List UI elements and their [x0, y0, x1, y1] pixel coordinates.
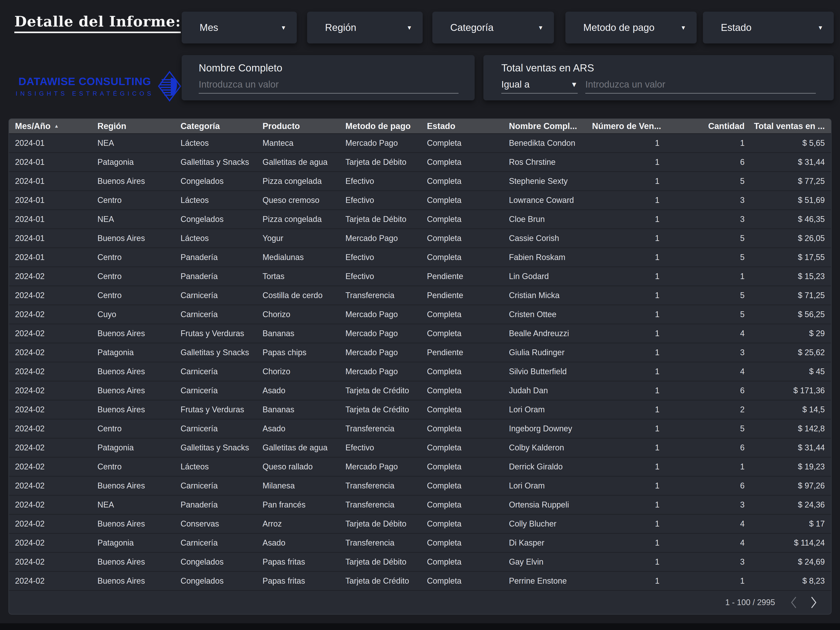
table-cell: 2024-02: [9, 343, 92, 362]
table-cell: Congelados: [175, 210, 256, 229]
brand-diamond-icon: [158, 70, 182, 103]
window-bottom-edge: [0, 623, 840, 630]
table-cell: Buenos Aires: [92, 400, 175, 419]
table-cell: 2024-02: [9, 458, 92, 476]
column-header-estado[interactable]: Estado: [421, 119, 503, 133]
table-cell: Efectivo: [339, 172, 421, 190]
table-cell: Lácteos: [175, 191, 256, 209]
table-cell: $ 14,5: [751, 400, 831, 419]
table-row: 2024-02Buenos AiresFrutas y VerdurasBana…: [9, 400, 831, 419]
table-cell: Carnicería: [175, 305, 256, 324]
table-cell: Buenos Aires: [92, 553, 175, 571]
prev-page-button[interactable]: [787, 594, 801, 611]
filter-dropdown-region[interactable]: Región ▾: [307, 12, 423, 43]
filter-dropdown-mes[interactable]: Mes ▾: [182, 12, 297, 43]
table-cell: Galletitas y Snacks: [175, 439, 256, 457]
column-header-metodo-pago[interactable]: Metodo de pago: [339, 119, 421, 133]
table-cell: Benedikta Condon: [503, 134, 586, 152]
table-cell: 2024-02: [9, 267, 92, 286]
table-row: 2024-01NEALácteosMantecaMercado PagoComp…: [9, 133, 831, 152]
table-cell: Carnicería: [175, 534, 256, 552]
table-cell: 1: [586, 210, 666, 229]
name-filter-input[interactable]: [199, 79, 458, 94]
table-cell: Judah Dan: [503, 381, 586, 400]
table-cell: $ 24,69: [751, 553, 831, 571]
table-cell: 1: [666, 458, 751, 476]
table-cell: $ 31,44: [751, 153, 831, 171]
table-cell: Tarjeta de Débito: [339, 553, 421, 571]
column-header-cantidad[interactable]: Cantidad: [666, 119, 751, 133]
table-cell: 2024-01: [9, 191, 92, 209]
table-cell: Galletitas y Snacks: [175, 343, 256, 362]
table-cell: Cuyo: [92, 305, 175, 324]
table-cell: Completa: [421, 172, 503, 190]
table-cell: Completa: [421, 210, 503, 229]
table-cell: Congelados: [175, 553, 256, 571]
table-row: 2024-01PatagoniaGalletitas y SnacksGalle…: [9, 152, 831, 171]
table-cell: Chorizo: [256, 362, 339, 381]
filter-dropdown-label: Categoría: [450, 22, 493, 33]
column-header-categoria[interactable]: Categoría: [175, 119, 256, 133]
filter-dropdown-metodo-pago[interactable]: Metodo de pago ▾: [565, 12, 696, 43]
filter-dropdown-estado[interactable]: Estado ▾: [703, 12, 834, 43]
next-page-button[interactable]: [807, 594, 821, 611]
table-cell: 2: [666, 400, 751, 419]
column-header-nombre[interactable]: Nombre Compl...: [503, 119, 586, 133]
table-cell: 1: [586, 134, 666, 152]
table-cell: Transferencia: [339, 286, 421, 305]
sales-operator-select[interactable]: Igual a ▼: [501, 79, 578, 94]
filter-dropdown-label: Estado: [721, 22, 752, 33]
table-cell: 1: [586, 553, 666, 571]
column-header-producto[interactable]: Producto: [256, 119, 339, 133]
column-header-total-ventas[interactable]: Total ventas en ...: [751, 119, 831, 133]
table-cell: 1: [666, 572, 751, 590]
table-cell: $ 8,23: [751, 572, 831, 590]
table-cell: Congelados: [175, 172, 256, 190]
table-cell: Bealle Andreuzzi: [503, 324, 586, 343]
chevron-down-icon: ▾: [539, 24, 542, 31]
table-cell: Mercado Pago: [339, 229, 421, 248]
table-cell: Tarjeta de Débito: [339, 210, 421, 229]
table-cell: Buenos Aires: [92, 477, 175, 495]
table-row: 2024-02CentroCarniceríaCostilla de cerdo…: [9, 286, 831, 305]
column-header-numero-ventas[interactable]: Número de Ven...: [586, 119, 666, 133]
sales-filter-label: Total ventas en ARS: [501, 62, 816, 74]
table-cell: 3: [666, 210, 751, 229]
column-header-region[interactable]: Región: [92, 119, 175, 133]
table-cell: Queso cremoso: [256, 191, 339, 209]
table-cell: Frutas y Verduras: [175, 400, 256, 419]
filter-dropdown-label: Región: [325, 22, 356, 33]
table-cell: Pendiente: [421, 286, 503, 305]
table-row: 2024-01CentroPanaderíaMedialunasEfectivo…: [9, 248, 831, 267]
filter-dropdown-categoria[interactable]: Categoría ▾: [432, 12, 554, 43]
table-cell: Giulia Rudinger: [503, 343, 586, 362]
sales-filter-input[interactable]: [585, 79, 816, 94]
table-cell: $ 142,8: [751, 420, 831, 438]
table-cell: Completa: [421, 496, 503, 514]
brand-logo-text: DATAWISE CONSULTING INSIGHTS ESTRATÉGICO…: [16, 75, 154, 97]
chevron-right-icon: [808, 595, 818, 609]
table-cell: Efectivo: [339, 191, 421, 209]
column-header-mes-ano[interactable]: Mes/Año ▲: [9, 119, 92, 133]
table-cell: 2024-02: [9, 286, 92, 305]
table-cell: 1: [586, 458, 666, 476]
chevron-left-icon: [789, 595, 799, 609]
table-cell: Cloe Brun: [503, 210, 586, 229]
table-cell: 2024-02: [9, 572, 92, 590]
table-cell: Patagonia: [92, 439, 175, 457]
table-header-row: Mes/Año ▲ Región Categoría Producto Meto…: [9, 119, 831, 133]
table-cell: 2024-01: [9, 229, 92, 248]
table-cell: 2024-01: [9, 210, 92, 229]
data-table: Mes/Año ▲ Región Categoría Producto Meto…: [8, 118, 832, 614]
table-cell: 1: [586, 362, 666, 381]
table-cell: $ 46,35: [751, 210, 831, 229]
table-cell: $ 5,65: [751, 134, 831, 152]
table-cell: 1: [586, 400, 666, 419]
table-cell: Medialunas: [256, 248, 339, 267]
table-cell: 2024-01: [9, 172, 92, 190]
table-cell: $ 97,26: [751, 477, 831, 495]
table-cell: Completa: [421, 134, 503, 152]
table-cell: Tarjeta de Crédito: [339, 400, 421, 419]
table-cell: Conservas: [175, 515, 256, 533]
table-cell: 1: [586, 153, 666, 171]
